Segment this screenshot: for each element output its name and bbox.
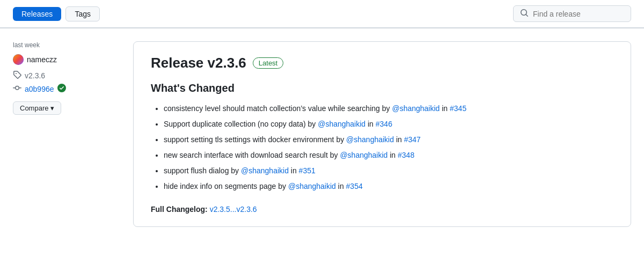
search-input[interactable] [533, 10, 624, 18]
author-link[interactable]: @shanghaikid [318, 120, 365, 128]
whats-changed-title: What's Changed [151, 82, 613, 94]
search-icon [520, 9, 529, 19]
author-link[interactable]: @shanghaikid [346, 135, 394, 144]
release-card: Release v2.3.6 Latest What's Changed con… [133, 41, 631, 227]
compare-label: Compare [20, 104, 48, 112]
author-link[interactable]: @shanghaikid [340, 151, 387, 159]
header: Releases Tags [0, 0, 644, 28]
pr-link[interactable]: #351 [299, 166, 316, 175]
header-left: Releases Tags [13, 6, 100, 21]
releases-button[interactable]: Releases [13, 7, 61, 21]
avatar [13, 54, 24, 65]
sidebar-commit-hash[interactable]: a0b996e [25, 85, 54, 93]
release-title: Release v2.3.6 [151, 55, 246, 71]
sidebar-commit-row: a0b996e [13, 84, 120, 94]
avatar-image [13, 54, 24, 65]
commit-icon [13, 84, 21, 94]
sidebar: last week nameczz v2.3.6 a0b996e [13, 41, 120, 227]
author-link[interactable]: @shanghaikid [288, 182, 336, 190]
pr-link[interactable]: #348 [398, 151, 414, 159]
list-item: support flush dialog by @shanghaikid in … [164, 165, 613, 177]
sidebar-time-label: last week [13, 41, 120, 49]
tags-button[interactable]: Tags [65, 6, 100, 21]
main-content: last week nameczz v2.3.6 a0b996e [0, 28, 644, 240]
tag-icon [13, 70, 21, 80]
release-title-row: Release v2.3.6 Latest [151, 55, 613, 71]
chevron-down-icon: ▾ [50, 104, 54, 112]
list-item: support setting tls settings with docker… [164, 134, 613, 145]
pr-link[interactable]: #354 [346, 182, 363, 190]
search-box [513, 5, 631, 22]
pr-link[interactable]: #347 [404, 135, 421, 144]
list-item: new search interface with download searc… [164, 150, 613, 161]
verified-icon [57, 84, 66, 94]
full-changelog: Full Changelog: v2.3.5...v2.3.6 [151, 205, 613, 214]
sidebar-tag-row: v2.3.6 [13, 70, 120, 80]
list-item: consistency level should match collectio… [164, 103, 613, 114]
pr-link[interactable]: #345 [450, 104, 466, 113]
pr-link[interactable]: #346 [376, 120, 392, 128]
author-link[interactable]: @shanghaikid [392, 104, 440, 113]
latest-badge: Latest [253, 57, 283, 69]
sidebar-user: nameczz [13, 54, 120, 65]
sidebar-username: nameczz [27, 55, 57, 64]
list-item: hide index info on segments page by @sha… [164, 181, 613, 192]
compare-button[interactable]: Compare ▾ [13, 101, 61, 115]
full-changelog-link[interactable]: v2.3.5...v2.3.6 [210, 205, 257, 214]
changelog-list: consistency level should match collectio… [151, 103, 613, 192]
list-item: Support duplicate collection (no copy da… [164, 119, 613, 130]
author-link[interactable]: @shanghaikid [241, 166, 289, 175]
sidebar-tag-version: v2.3.6 [25, 71, 45, 80]
full-changelog-label: Full Changelog: [151, 205, 208, 214]
